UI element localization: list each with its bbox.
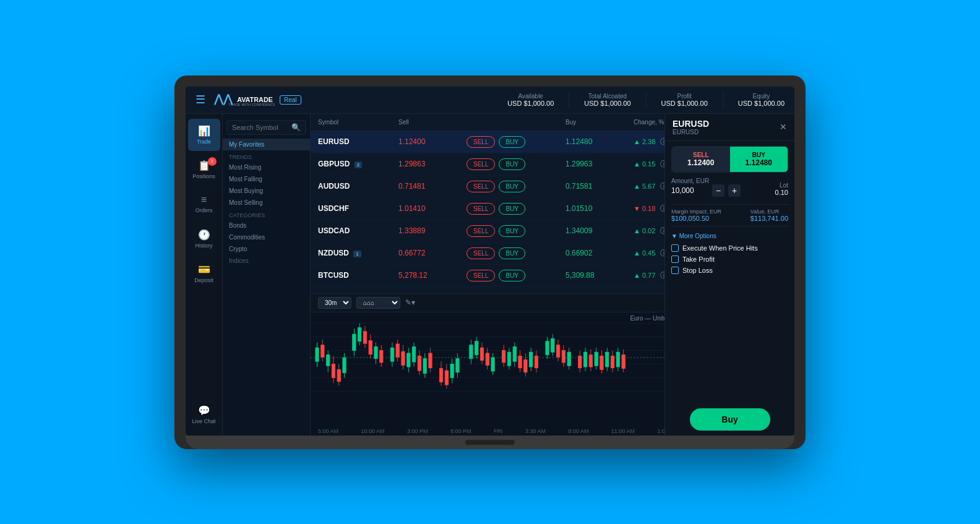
candlestick-svg: .candle-green { fill: #00cc88; stroke: #… (311, 312, 664, 400)
equity-stat: Equity USD $1,000.00 (738, 93, 784, 107)
table-row[interactable]: USDCHF 1.01410 SELL BUY 1.01510 ▼ 0.18 (311, 198, 664, 220)
info-icon-usdchf[interactable]: ⓘ (660, 204, 664, 214)
row-actions-gbpusd: ▲ 0.15 ⓘ ★ (634, 159, 664, 170)
price-sell-toggle[interactable]: SELL 1.12400 (672, 147, 730, 172)
sell-button-audusd[interactable]: SELL (466, 181, 495, 192)
stat-divider-3 (723, 91, 723, 108)
price-buy-toggle[interactable]: BUY 1.12480 (730, 147, 788, 172)
buy-action-button[interactable]: Buy (690, 408, 770, 431)
stop-loss-row[interactable]: Stop Loss (671, 267, 788, 274)
timeframe-select[interactable]: 30m 1h 4h 1d (318, 297, 351, 309)
sell-button-usdcad[interactable]: SELL (466, 225, 495, 237)
livechat-icon: 💬 (198, 405, 210, 416)
more-options-toggle[interactable]: ▼ More Options (671, 230, 788, 242)
svg-rect-23 (358, 327, 361, 341)
price-toggle: SELL 1.12400 BUY 1.12480 (671, 146, 788, 173)
buy-price-nzdusd: 0.66902 (565, 249, 634, 257)
draw-tool[interactable]: ✎▾ (405, 298, 415, 307)
table-row[interactable]: EURUSD 1.12400 SELL BUY 1.12480 ▲ 2.38 (311, 131, 664, 153)
sell-button-eurusd[interactable]: SELL (466, 136, 495, 148)
chart-type-select[interactable]: ⌂⌂⌂ Candles Line (356, 297, 400, 309)
svg-rect-47 (429, 353, 432, 367)
real-badge: Real (280, 95, 301, 105)
amount-increase[interactable]: + (728, 184, 741, 197)
sidebar-item-deposit[interactable]: 💳 Deposit (188, 257, 220, 290)
svg-rect-53 (450, 364, 453, 377)
sidebar-item-livechat[interactable]: 💬 Live Chat (188, 398, 220, 431)
table-row[interactable]: USDCAD 1.33889 SELL BUY 1.34009 ▲ 0.02 (311, 220, 664, 243)
svg-rect-57 (470, 345, 473, 358)
info-icon-nzdusd[interactable]: ⓘ (660, 248, 664, 259)
info-icon-audusd[interactable]: ⓘ (660, 181, 664, 192)
table-row[interactable]: GBPUSD 2 1.29863 SELL BUY 1.29963 ▲ 0.15 (311, 153, 664, 176)
info-icon-btcusd[interactable]: ⓘ (660, 270, 664, 281)
menu-icon[interactable]: ☰ (196, 93, 205, 106)
buy-button-nzdusd[interactable]: BUY (499, 247, 525, 259)
info-icon-usdcad[interactable]: ⓘ (660, 226, 664, 236)
category-bonds[interactable]: Bonds (223, 220, 310, 231)
take-profit-checkbox[interactable] (671, 256, 679, 263)
sidebar-item-trade[interactable]: 📊 Trade (188, 119, 220, 151)
svg-rect-105 (616, 352, 619, 367)
col-sell: Sell (398, 119, 466, 126)
sell-button-nzdusd[interactable]: SELL (466, 247, 495, 259)
svg-rect-65 (491, 357, 494, 371)
buy-price-btcusd: 5,309.88 (565, 271, 634, 280)
laptop-notch (465, 440, 515, 445)
category-buying[interactable]: Most Buying (223, 185, 310, 197)
laptop-bottom (186, 436, 794, 449)
buy-button-btcusd[interactable]: BUY (499, 270, 525, 281)
search-input[interactable] (232, 124, 288, 131)
price-buttons-audusd: SELL BUY (466, 181, 565, 192)
buy-button-usdcad[interactable]: BUY (499, 225, 525, 237)
category-favorites[interactable]: My Favorites (223, 139, 310, 150)
amount-input-row: − + (671, 184, 741, 197)
info-icon-gbpusd[interactable]: ⓘ (660, 159, 664, 170)
price-buttons-nzdusd: SELL BUY (466, 247, 565, 259)
category-selling[interactable]: Most Selling (223, 197, 310, 208)
sell-button-gbpusd[interactable]: SELL (466, 158, 495, 170)
svg-rect-81 (546, 341, 549, 354)
table-row[interactable]: AUDUSD 0.71481 SELL BUY 0.71581 ▲ 5.67 (311, 176, 664, 198)
amount-decrease[interactable]: − (712, 184, 724, 197)
close-button[interactable]: ✕ (780, 122, 787, 132)
change-usdcad: ▲ 0.02 (634, 227, 655, 234)
table-row[interactable]: BTCUSD 5,278.12 SELL BUY 5,309.88 ▲ 0.77 (311, 265, 664, 287)
row-actions-nzdusd: ▲ 0.45 ⓘ ☆ (634, 248, 664, 259)
svg-rect-35 (396, 344, 399, 357)
sidebar-item-orders[interactable]: ≡ Orders (188, 188, 220, 220)
execute-when-checkbox[interactable] (671, 244, 679, 252)
buy-button-eurusd[interactable]: BUY (499, 136, 525, 148)
topbar-left: ☰ ⋀⋀ AVATRADE TRADE WITH CONFIDENCE Real (196, 91, 301, 108)
category-falling[interactable]: Most Falling (223, 173, 310, 185)
svg-rect-25 (363, 331, 366, 343)
svg-rect-43 (418, 356, 421, 371)
table-row[interactable]: NZDUSD 1 0.66772 SELL BUY 0.66902 ▲ 0.45 (311, 243, 664, 265)
info-icon-eurusd[interactable]: ⓘ (660, 137, 664, 147)
amount-input[interactable] (671, 186, 708, 195)
svg-rect-45 (423, 358, 426, 373)
execute-when-row[interactable]: Execute When Price Hits (671, 244, 788, 252)
sidebar-item-positions[interactable]: 3 📋 Positions (188, 153, 220, 186)
category-commodities[interactable]: Commodities (223, 231, 310, 243)
take-profit-row[interactable]: Take Profit (671, 256, 788, 263)
category-rising[interactable]: Most Rising (223, 161, 310, 173)
svg-rect-99 (600, 356, 603, 369)
sell-button-btcusd[interactable]: SELL (466, 270, 495, 281)
svg-rect-61 (480, 348, 483, 360)
svg-rect-55 (456, 358, 459, 372)
stat-divider-2 (646, 91, 647, 108)
symbol-name-btcusd: BTCUSD (318, 271, 398, 280)
category-crypto[interactable]: Crypto (223, 243, 310, 255)
sidebar-item-history[interactable]: 🕐 History (188, 223, 220, 255)
buy-button-usdchf[interactable]: BUY (499, 203, 525, 215)
category-indices[interactable]: Indices (223, 255, 310, 267)
sell-button-usdchf[interactable]: SELL (466, 203, 495, 215)
deposit-icon: 💳 (198, 264, 210, 275)
change-audusd: ▲ 5.67 (634, 183, 655, 190)
buy-button-gbpusd[interactable]: BUY (499, 158, 525, 170)
trade-symbol: EURUSD EURUSD (673, 119, 709, 135)
buy-button-audusd[interactable]: BUY (499, 181, 525, 192)
stop-loss-checkbox[interactable] (671, 267, 679, 274)
sell-price-audusd: 0.71481 (398, 182, 466, 191)
